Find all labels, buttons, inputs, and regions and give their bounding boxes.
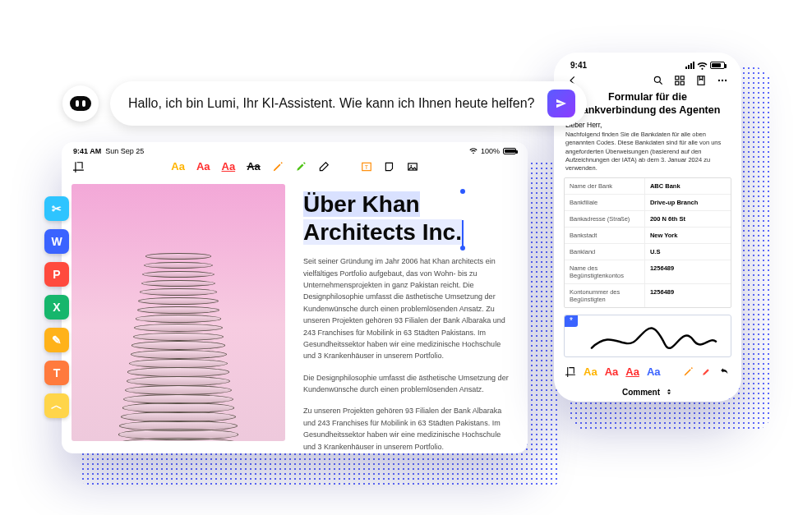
form-intro: Nachfolgend finden Sie die Bankdaten für…: [564, 131, 731, 177]
table-value: 200 N 6th St: [644, 211, 731, 227]
note-tool-icon[interactable]: [384, 161, 395, 172]
more-icon[interactable]: [717, 75, 728, 86]
phone-toolbar: Aa Aa Aa Aa: [564, 357, 731, 383]
crop-tool-icon[interactable]: [565, 366, 576, 377]
text-caret-icon: [462, 220, 464, 249]
highlight-blue-button[interactable]: Aa: [647, 366, 661, 378]
signature-field[interactable]: *: [564, 315, 731, 357]
table-label: Name des Begünstigtenkontos: [565, 260, 644, 283]
underline-red-button[interactable]: Aa: [222, 160, 236, 172]
table-value: 1256489: [644, 284, 731, 307]
send-icon: [555, 97, 568, 110]
search-icon[interactable]: [653, 75, 664, 86]
wifi-icon: [469, 147, 478, 155]
app-icon-text[interactable]: T: [44, 361, 69, 385]
document-paragraph-2: Die Designphilosophie umfasst die ästhet…: [303, 372, 510, 396]
side-apps-column: ✂WPX✎T︿: [44, 196, 69, 418]
sort-icon: [665, 388, 673, 396]
document-image: [72, 184, 285, 441]
form-table: Name der BankABC BankBankfilialeDrive-up…: [564, 177, 731, 308]
image-tool-icon[interactable]: [407, 161, 418, 172]
table-label: Kontonummer des Begünstigten: [565, 284, 644, 307]
form-greeting: Lieber Herr,: [564, 117, 731, 131]
phone-time: 9:41: [570, 61, 587, 70]
app-icon-word[interactable]: W: [44, 229, 69, 254]
crop-tool-icon[interactable]: [73, 161, 85, 172]
highlight-red-button[interactable]: Aa: [196, 160, 210, 172]
document-paragraph-3: Zu unseren Projekten gehören 93 Filialen…: [303, 405, 510, 451]
app-icon-edit[interactable]: ✎: [44, 328, 69, 352]
form-title: Formular für die Bankverbindung des Agen…: [564, 91, 731, 117]
highlight-red-button[interactable]: Aa: [605, 366, 619, 378]
table-label: Bankstadt: [565, 228, 644, 243]
svg-point-3: [410, 164, 412, 166]
table-label: Bankland: [565, 244, 644, 260]
ai-bubble: Hallo, ich bin Lumi, Ihr KI-Assistent. W…: [110, 81, 587, 126]
table-value: 1256489: [644, 260, 731, 283]
svg-point-12: [725, 80, 727, 81]
signature-icon: [588, 324, 717, 356]
table-value: ABC Bank: [644, 178, 731, 194]
ai-avatar-icon: [62, 85, 99, 122]
ai-message-text: Hallo, ich bin Lumi, Ihr KI-Assistent. W…: [128, 96, 534, 111]
app-icon-excel[interactable]: X: [44, 295, 69, 320]
battery-icon: [710, 62, 725, 69]
svg-rect-7: [676, 81, 679, 85]
tablet-device: 9:41 AM Sun Sep 25 100% Aa Aa Aa Aa T Üb: [62, 142, 528, 453]
document-title[interactable]: Über Khan Architects Inc.: [303, 191, 462, 246]
undo-button[interactable]: [719, 366, 730, 377]
table-label: Name der Bank: [565, 178, 644, 194]
bookmark-icon[interactable]: [695, 75, 707, 86]
svg-rect-8: [681, 81, 684, 85]
marker-tool-icon[interactable]: [295, 161, 307, 172]
marker-tool-icon[interactable]: [701, 366, 712, 377]
svg-rect-5: [676, 76, 679, 80]
app-icon-powerpoint[interactable]: P: [44, 262, 69, 287]
phone-status-bar: 9:41: [564, 53, 731, 73]
table-row: BankstadtNew York: [565, 228, 731, 244]
tablet-battery-pct: 100%: [481, 147, 500, 155]
table-row: Name der BankABC Bank: [565, 178, 731, 195]
table-row: Bankadresse (Straße)200 N 6th St: [565, 211, 731, 228]
table-label: Bankadresse (Straße): [565, 211, 644, 227]
grid-icon[interactable]: [674, 75, 685, 86]
document-content: Über Khan Architects Inc. Seit seiner Gr…: [285, 179, 528, 451]
tablet-toolbar: Aa Aa Aa Aa T: [62, 157, 528, 179]
battery-icon: [503, 148, 516, 154]
svg-text:T: T: [365, 163, 369, 169]
signal-icon: [685, 62, 694, 69]
document-paragraph-1: Seit seiner Gründung im Jahr 2006 hat Kh…: [303, 255, 510, 362]
wifi-icon: [697, 62, 708, 70]
textbox-tool-icon[interactable]: T: [361, 161, 372, 172]
svg-point-10: [718, 80, 720, 81]
table-value: New York: [644, 228, 731, 243]
table-value: Drive-up Branch: [644, 195, 731, 210]
highlight-yellow-button[interactable]: Aa: [584, 366, 597, 378]
ai-send-button[interactable]: [547, 90, 575, 117]
phone-nav-bar: [564, 73, 731, 91]
strike-button[interactable]: Aa: [247, 160, 261, 172]
app-icon-scissors[interactable]: ✂: [44, 196, 69, 221]
highlight-yellow-button[interactable]: Aa: [171, 160, 185, 172]
underline-red-button[interactable]: Aa: [625, 366, 639, 378]
pencil-tool-icon[interactable]: [683, 366, 694, 377]
table-row: BankfilialeDrive-up Branch: [565, 195, 731, 211]
comment-button[interactable]: Comment: [564, 383, 731, 397]
table-row: BanklandU.S: [565, 244, 731, 260]
pencil-tool-icon[interactable]: [272, 161, 284, 172]
svg-rect-9: [698, 76, 704, 85]
tablet-status-bar: 9:41 AM Sun Sep 25 100%: [62, 142, 528, 157]
required-tag: *: [565, 315, 578, 327]
table-row: Kontonummer des Begünstigten1256489: [565, 284, 731, 307]
table-value: U.S: [644, 244, 731, 260]
ai-assistant-row: Hallo, ich bin Lumi, Ihr KI-Assistent. W…: [62, 81, 587, 126]
tablet-time: 9:41 AM: [73, 147, 101, 155]
eraser-tool-icon[interactable]: [318, 161, 330, 172]
app-icon-collapse[interactable]: ︿: [44, 393, 69, 418]
table-label: Bankfiliale: [565, 195, 644, 210]
tablet-date: Sun Sep 25: [105, 147, 144, 155]
svg-point-4: [654, 76, 660, 82]
svg-rect-6: [681, 76, 684, 80]
table-row: Name des Begünstigtenkontos1256489: [565, 260, 731, 284]
svg-point-11: [722, 80, 723, 81]
